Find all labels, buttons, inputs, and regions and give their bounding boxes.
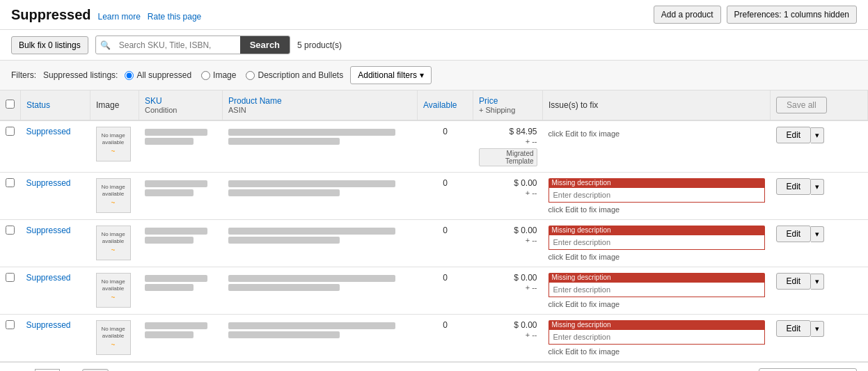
search-icon: 🔍: [96, 38, 115, 53]
status-link-3[interactable]: Suppressed: [26, 273, 71, 283]
row-checkbox-2[interactable]: [6, 226, 15, 235]
available-count-2: 0: [423, 226, 468, 235]
row-checkbox-3[interactable]: [6, 273, 15, 282]
edit-dropdown-2: Edit ▾: [776, 226, 862, 242]
edit-arrow-button-0[interactable]: ▾: [811, 127, 824, 143]
price-block-1: $ 0.00 + --: [479, 178, 537, 198]
status-link-1[interactable]: Suppressed: [26, 178, 71, 188]
description-input-3[interactable]: [549, 282, 765, 297]
missing-desc-label-2: Missing description: [549, 226, 765, 235]
product-count: 5 product(s): [297, 40, 342, 50]
table-row: Suppressed No imageavailable ~ 0 $ 0.00 …: [0, 267, 868, 315]
filter-all-radio[interactable]: [125, 71, 134, 80]
table-row: Suppressed No imageavailable ~ 0 $ 84.95…: [0, 120, 868, 173]
save-all-button[interactable]: Save all: [776, 97, 827, 113]
description-input-4[interactable]: [549, 329, 765, 345]
asin-blur-4: [228, 331, 340, 338]
status-link-4[interactable]: Suppressed: [26, 320, 71, 330]
suppressed-listings-label: Suppressed listings:: [43, 70, 118, 80]
sku-blur-0: [145, 129, 207, 136]
search-box: 🔍 Search: [95, 35, 290, 54]
issues-column-header: Issue(s) to fix: [543, 90, 771, 120]
edit-arrow-button-2[interactable]: ▾: [811, 226, 824, 242]
no-image-box-3: No imageavailable ~: [96, 273, 131, 308]
search-input[interactable]: [115, 38, 240, 53]
additional-filters-button[interactable]: Additional filters ▾: [350, 66, 432, 84]
filter-image[interactable]: Image: [201, 70, 236, 80]
filters-bar: Filters: Suppressed listings: All suppre…: [0, 61, 868, 90]
edit-arrow-button-1[interactable]: ▾: [811, 179, 824, 195]
row-checkbox-1[interactable]: [6, 178, 15, 187]
available-column-header[interactable]: Available: [418, 90, 473, 120]
top-header: Suppressed Learn more Rate this page Add…: [0, 0, 868, 30]
chevron-down-icon: ▾: [420, 70, 424, 80]
description-input-2[interactable]: [549, 235, 765, 250]
fix-image-text-4: click Edit to fix image: [549, 347, 765, 356]
learn-more-link[interactable]: Learn more: [97, 12, 140, 22]
edit-dropdown-0: Edit ▾: [776, 127, 862, 143]
filter-description[interactable]: Description and Bullets: [246, 70, 343, 80]
available-count-4: 0: [423, 320, 468, 330]
price-block-2: $ 0.00 + --: [479, 226, 537, 245]
edit-button-1[interactable]: Edit: [776, 178, 812, 195]
edit-button-2[interactable]: Edit: [776, 226, 812, 242]
edit-button-0[interactable]: Edit: [776, 127, 812, 143]
filter-all-suppressed[interactable]: All suppressed: [125, 70, 191, 80]
no-image-box-1: No imageavailable ~: [96, 178, 131, 213]
filter-group: All suppressed Image Description and Bul…: [125, 70, 343, 80]
toolbar: Bulk fix 0 listings 🔍 Search 5 product(s…: [0, 30, 868, 61]
price-shipping-3: + --: [526, 283, 537, 292]
preferences-button[interactable]: Preferences: 1 columns hidden: [727, 6, 857, 24]
available-count-3: 0: [423, 273, 468, 283]
description-input-1[interactable]: [549, 187, 765, 203]
description-issue-1: Missing description: [549, 178, 765, 203]
condition-blur-1: [145, 189, 194, 196]
table-header-row: Status Image SKU Condition Product Name …: [0, 90, 868, 120]
add-product-button[interactable]: Add a product: [654, 6, 721, 24]
status-link-2[interactable]: Suppressed: [26, 226, 71, 235]
condition-blur-3: [145, 284, 194, 291]
missing-desc-label-1: Missing description: [549, 178, 765, 187]
main-table: Status Image SKU Condition Product Name …: [0, 90, 868, 362]
filter-image-label: Image: [213, 70, 236, 80]
sku-column-header[interactable]: SKU Condition: [139, 90, 223, 120]
sku-blur-2: [145, 228, 207, 235]
header-left: Suppressed Learn more Rate this page: [11, 7, 201, 23]
condition-blur-0: [145, 138, 194, 145]
amazon-logo-3: ~: [111, 293, 116, 302]
edit-dropdown-4: Edit ▾: [776, 320, 862, 337]
rate-page-link[interactable]: Rate this page: [148, 12, 201, 22]
filter-all-label: All suppressed: [136, 70, 191, 80]
edit-dropdown-3: Edit ▾: [776, 273, 862, 290]
status-link-0[interactable]: Suppressed: [26, 127, 71, 136]
migrated-badge-0: Migrated Template: [479, 148, 537, 166]
filter-desc-radio[interactable]: [246, 71, 255, 80]
edit-arrow-button-4[interactable]: ▾: [811, 321, 824, 337]
price-shipping-0: + --: [526, 137, 537, 145]
search-button[interactable]: Search: [240, 36, 290, 54]
price-block-4: $ 0.00 + --: [479, 320, 537, 340]
row-checkbox-0[interactable]: [6, 127, 15, 136]
per-page-button[interactable]: 250 results per page ▾: [759, 368, 857, 371]
edit-button-4[interactable]: Edit: [776, 320, 812, 337]
price-shipping-4: + --: [526, 331, 537, 339]
edit-arrow-button-3[interactable]: ▾: [811, 274, 824, 290]
description-issue-2: Missing description: [549, 226, 765, 250]
asin-blur-1: [228, 189, 340, 196]
price-value-3: $ 0.00: [514, 273, 537, 283]
filter-image-radio[interactable]: [201, 71, 210, 80]
edit-button-3[interactable]: Edit: [776, 273, 812, 290]
page-title: Suppressed: [11, 7, 90, 23]
price-column-header[interactable]: Price + Shipping: [473, 90, 543, 120]
bulk-fix-button[interactable]: Bulk fix 0 listings: [11, 36, 88, 54]
image-column-header: Image: [90, 90, 139, 120]
sku-blur-3: [145, 275, 207, 282]
row-checkbox-4[interactable]: [6, 320, 15, 329]
asin-blur-0: [228, 138, 340, 145]
status-column-header[interactable]: Status: [21, 90, 90, 120]
product-column-header[interactable]: Product Name ASIN: [223, 90, 418, 120]
table-row: Suppressed No imageavailable ~ 0 $ 0.00 …: [0, 220, 868, 267]
table-row: Suppressed No imageavailable ~ 0 $ 0.00 …: [0, 315, 868, 362]
product-name-blur-3: [228, 275, 395, 282]
select-all-checkbox[interactable]: [6, 100, 15, 109]
